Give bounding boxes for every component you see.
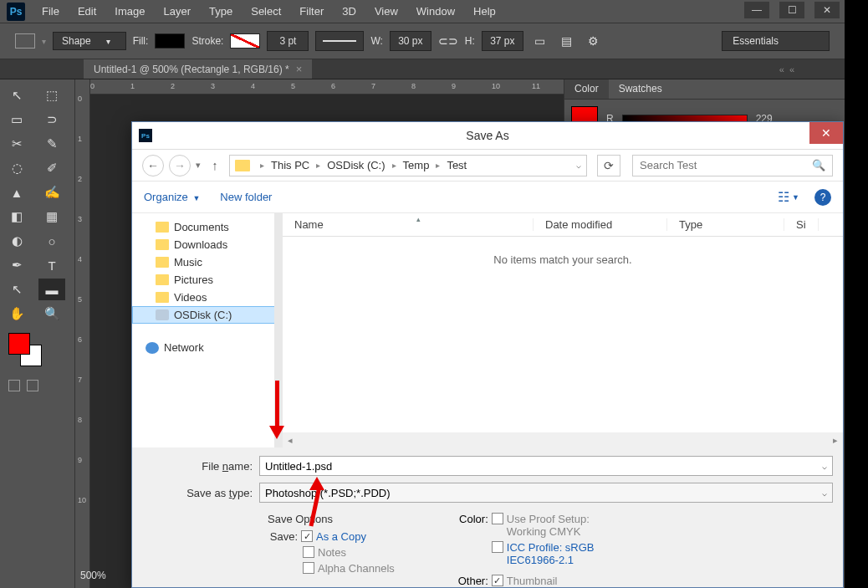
- marquee-tool[interactable]: ▭: [3, 109, 30, 130]
- rectangle-tool[interactable]: ▬: [38, 279, 65, 300]
- view-mode-button[interactable]: ☷ ▼: [778, 189, 799, 205]
- settings-icon[interactable]: ⚙: [584, 32, 604, 50]
- new-folder-button[interactable]: New folder: [220, 191, 272, 203]
- artboard-tool[interactable]: ⬚: [38, 84, 65, 106]
- tree-item-documents[interactable]: Documents: [132, 218, 282, 236]
- options-bar: ▾ Shape▾ Fill: Stroke: 3 pt W: 30 px ⊂⊃ …: [0, 23, 845, 59]
- eraser-tool[interactable]: ◧: [3, 206, 30, 228]
- tree-item-downloads[interactable]: Downloads: [132, 236, 282, 253]
- dodge-tool[interactable]: ○: [38, 230, 65, 252]
- workspace-select[interactable]: Essentials: [722, 31, 830, 51]
- proof-checkbox[interactable]: [492, 513, 503, 524]
- nav-forward-button[interactable]: →: [169, 155, 191, 176]
- link-wh-icon[interactable]: ⊂⊃: [438, 32, 458, 50]
- menu-window[interactable]: Window: [408, 2, 463, 21]
- close-button[interactable]: ✕: [814, 2, 840, 18]
- hand-tool[interactable]: ✋: [3, 303, 30, 325]
- tree-item-network[interactable]: Network: [132, 339, 282, 356]
- zoom-tool[interactable]: 🔍: [38, 303, 65, 325]
- pen-tool[interactable]: ✒: [3, 254, 30, 276]
- maximize-button[interactable]: ☐: [779, 2, 804, 18]
- tree-item-label: Network: [164, 341, 204, 354]
- menu-layer[interactable]: Layer: [156, 2, 200, 21]
- quickmask-icon[interactable]: [8, 380, 20, 391]
- foreground-color-swatch[interactable]: [8, 333, 30, 355]
- crumb-test[interactable]: Test: [443, 159, 470, 171]
- dialog-close-button[interactable]: ✕: [809, 122, 843, 144]
- gradient-tool[interactable]: ▦: [38, 206, 65, 228]
- column-name[interactable]: Name: [283, 218, 534, 231]
- type-tool[interactable]: T: [38, 254, 65, 276]
- nav-up-button[interactable]: ↑: [206, 156, 224, 175]
- column-type[interactable]: Type: [667, 218, 784, 231]
- as-copy-checkbox[interactable]: [301, 530, 313, 542]
- menu-image[interactable]: Image: [106, 2, 153, 21]
- breadcrumb-bar[interactable]: ▸ This PC ▸ OSDisk (C:) ▸ Temp ▸ Test ⌵: [229, 155, 587, 176]
- crumb-thispc[interactable]: This PC: [268, 159, 313, 171]
- notes-checkbox[interactable]: [303, 546, 314, 558]
- crop-tool[interactable]: ✂: [3, 133, 30, 155]
- eyedropper-tool[interactable]: ✎: [38, 133, 65, 155]
- stroke-width-input[interactable]: 3 pt: [267, 31, 309, 51]
- stroke-swatch[interactable]: [230, 33, 260, 49]
- screenmode-icon[interactable]: [27, 380, 38, 391]
- lasso-tool[interactable]: ⊃: [38, 109, 65, 130]
- menu-select[interactable]: Select: [243, 2, 289, 21]
- menu-file[interactable]: File: [33, 2, 68, 21]
- document-tab[interactable]: Untitled-1 @ 500% (Rectangle 1, RGB/16) …: [84, 59, 312, 79]
- nav-refresh-button[interactable]: ⟳: [597, 155, 620, 176]
- pathops-icon[interactable]: ▤: [557, 32, 577, 50]
- savetype-select[interactable]: Photoshop (*.PSD;*.PDD) ⌵: [259, 483, 833, 503]
- path-select-tool[interactable]: ↖: [3, 279, 30, 300]
- move-tool[interactable]: ↖: [3, 84, 30, 106]
- thumbnail-checkbox[interactable]: [492, 575, 503, 586]
- filename-input[interactable]: Untitled-1.psd ⌵: [259, 456, 833, 476]
- menu-view[interactable]: View: [366, 2, 406, 21]
- healing-tool[interactable]: ◌: [3, 157, 30, 179]
- menu-3d[interactable]: 3D: [334, 2, 365, 21]
- tree-item-videos[interactable]: Videos: [132, 289, 282, 306]
- tree-item-music[interactable]: Music: [132, 253, 282, 271]
- organize-button[interactable]: Organize ▼: [144, 191, 200, 203]
- nav-back-button[interactable]: ←: [142, 155, 164, 176]
- menu-type[interactable]: Type: [201, 2, 241, 21]
- fill-swatch[interactable]: [155, 33, 185, 49]
- alpha-checkbox[interactable]: [303, 562, 314, 574]
- folder-icon: [156, 257, 169, 268]
- tab-close-icon[interactable]: ×: [296, 63, 303, 75]
- menu-edit[interactable]: Edit: [69, 2, 105, 21]
- horizontal-scrollbar[interactable]: ◂ ▸: [283, 432, 843, 447]
- search-box[interactable]: 🔍: [632, 155, 833, 176]
- tree-item-pictures[interactable]: Pictures: [132, 271, 282, 289]
- align-icon[interactable]: ▭: [530, 32, 550, 50]
- search-input[interactable]: [640, 159, 812, 171]
- tool-preset-icon[interactable]: [15, 33, 35, 49]
- tree-item-osdisk-c-[interactable]: OSDisk (C:): [132, 306, 282, 324]
- tab-swatches[interactable]: Swatches: [609, 79, 672, 99]
- column-size[interactable]: Si: [784, 218, 819, 231]
- history-brush-tool[interactable]: ✍: [38, 182, 65, 203]
- save-as-dialog: Ps Save As ✕ ← → ▾ ↑ ▸ This PC ▸ OSDisk …: [131, 121, 844, 588]
- panel-collapse-icon[interactable]: «: [779, 64, 784, 74]
- width-input[interactable]: 30 px: [390, 31, 431, 51]
- tree-item-label: Downloads: [174, 238, 227, 251]
- panel-collapse-icon[interactable]: «: [789, 64, 794, 74]
- crumb-temp[interactable]: Temp: [400, 159, 433, 171]
- height-input[interactable]: 37 px: [482, 31, 523, 51]
- blur-tool[interactable]: ◐: [3, 230, 30, 252]
- menu-filter[interactable]: Filter: [291, 2, 332, 21]
- stamp-tool[interactable]: ▲: [3, 182, 30, 203]
- crumb-drive[interactable]: OSDisk (C:): [324, 159, 388, 171]
- splitter-handle[interactable]: [274, 213, 283, 447]
- column-date[interactable]: Date modified: [534, 218, 667, 231]
- save-row-label: Save:: [268, 530, 298, 543]
- minimize-button[interactable]: —: [744, 2, 769, 18]
- shape-mode-select[interactable]: Shape▾: [53, 32, 126, 50]
- help-button[interactable]: ?: [814, 189, 831, 206]
- brush-tool[interactable]: ✐: [38, 157, 65, 179]
- tab-color[interactable]: Color: [564, 79, 609, 99]
- icc-checkbox[interactable]: [492, 541, 503, 553]
- menu-help[interactable]: Help: [465, 2, 504, 21]
- stroke-style-select[interactable]: [315, 31, 364, 51]
- document-tab-label: Untitled-1 @ 500% (Rectangle 1, RGB/16) …: [94, 64, 289, 75]
